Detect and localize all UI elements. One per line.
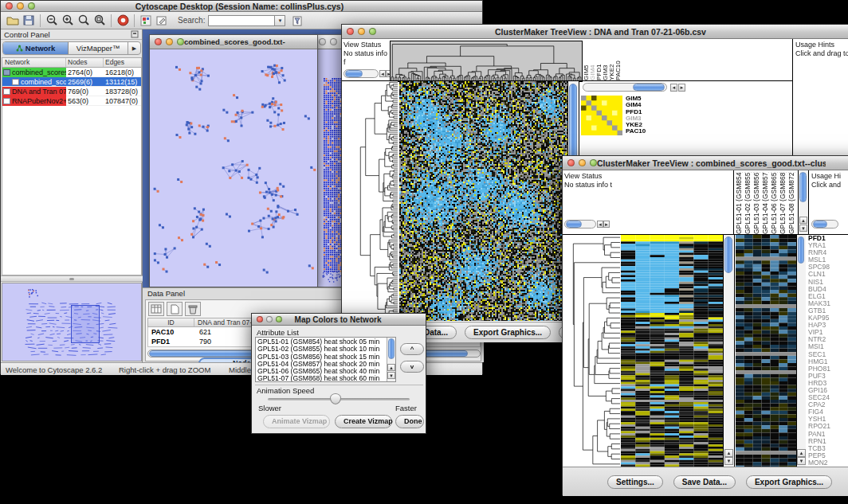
move-up-button[interactable]: ^ [400,343,424,355]
data-panel-title: Data Panel [147,289,185,298]
close-button[interactable] [319,38,326,45]
tv1-button-export-graphics-[interactable]: Export Graphics... [465,326,551,339]
tab-vizmapper[interactable]: VizMapper™ [69,42,128,54]
main-titlebar[interactable]: Cytoscape Desktop (Session Name: collins… [1,1,482,12]
tv1-column-label: GIM5 [583,49,590,80]
open-file-icon[interactable] [5,14,21,28]
network-edges: 107847(0) [104,97,141,105]
tv1-status-hscrollbar[interactable] [344,69,379,78]
dialog-titlebar[interactable]: Map Colors to Network [252,314,426,326]
tv1-column-dendrogram[interactable] [390,41,583,82]
annotation-icon[interactable] [154,14,170,28]
window-controls [1,2,35,10]
zoom-button[interactable] [28,2,35,10]
network-table-row[interactable]: combined_scores2764(0)16218(0) [2,68,141,77]
tv2-zoom-heatmap[interactable] [736,235,796,467]
help-lifering-icon[interactable] [115,14,131,28]
status-zoom-hint: Right-click + drag to ZOOM [119,365,210,374]
tv1-row-labels: GIM5GIM4PFD1GIM3YKE2PAC10 [626,96,673,135]
treeview2-window: ClusterMaker TreeView : combined_scores_… [562,155,848,495]
dialog-button-animate-vizmap: Animate Vizmap [263,415,330,428]
tv1-zoom-hscrollbar[interactable] [583,83,667,92]
close-button[interactable] [155,38,162,45]
scroll-right-icon[interactable]: ► [603,221,610,228]
minimize-button[interactable] [166,38,173,45]
tv2-button-export-graphics-[interactable]: Export Graphics... [746,475,832,489]
network-view-canvas-1[interactable] [150,49,317,287]
close-button[interactable] [347,28,354,35]
zoom-out-icon[interactable] [44,14,60,28]
move-down-button[interactable]: v [400,361,424,373]
close-button[interactable] [6,2,13,10]
panel-splitter[interactable] [1,275,143,282]
minimize-button[interactable] [266,316,273,322]
scroll-left-icon[interactable]: ◄ [670,84,677,92]
attribute-list[interactable]: GPL51-01 (GSM854) heat shock 05 minGPL51… [255,337,396,382]
tv1-zoom-heatmap[interactable] [581,96,622,135]
animation-speed-label: Animation Speed [257,386,314,395]
tv2-collabel-vscrollbar[interactable]: ▲ ▼ [798,170,808,234]
new-attribute-icon[interactable] [167,302,183,316]
minimize-button[interactable] [358,28,365,35]
close-button[interactable] [567,159,575,166]
treeview1-titlebar[interactable]: ClusterMaker TreeView : DNA and Tran 07-… [342,25,848,39]
scroll-right-icon[interactable]: ► [678,84,685,92]
attribute-list-item[interactable]: GPL51-07 (GSM868) heat shock 60 min [257,375,394,382]
tv2-zoom-vscrollbar[interactable]: ▲ ▼ [796,235,806,467]
zoom-selected-icon[interactable] [92,14,108,28]
attribute-select-icon[interactable] [148,302,164,316]
tv2-row-dendrogram[interactable] [564,235,620,467]
tv2-column-label: GPL51-02 (GSM855) [744,172,753,234]
network-name-cell: combined_sco [2,77,66,87]
network-table-header[interactable]: Network Nodes Edges [2,58,141,68]
scroll-left-icon[interactable]: ◄ [379,70,386,77]
network-table-row[interactable]: combined_sco2569(6)13112(15) [2,77,141,87]
network-table: Network Nodes Edges combined_scores2764(… [2,57,142,275]
dialog-button-create-vizmap[interactable]: Create Vizmap [335,415,392,428]
tv1-row-label: PAC10 [626,128,673,135]
zoom-button[interactable] [177,38,184,45]
tv2-column-tree-area[interactable] [616,170,734,234]
scroll-up-icon[interactable]: ▲ [387,364,395,371]
minimize-button[interactable] [579,159,586,166]
tv2-status-hscrollbar[interactable] [564,220,596,229]
close-button[interactable] [257,316,263,322]
zoom-button[interactable] [276,316,282,322]
zoom-button[interactable] [590,159,597,166]
data-id-cell: PAC10 [148,328,194,336]
tv2-hints-hscrollbar[interactable] [811,220,838,229]
zoom-button[interactable] [369,28,376,35]
tv2-heatmap-vscrollbar[interactable]: ▲ ▼ [723,235,734,467]
network-window-1[interactable]: combined_scores_good.txt--cluste... [149,34,318,287]
vizmapper-icon[interactable] [138,14,154,28]
tv2-button-settings-[interactable]: Settings... [607,475,663,489]
network-table-row[interactable]: DNA and Tran 07769(0)183728(0) [2,87,141,96]
search-options-icon[interactable] [290,14,306,28]
tv2-gene-item[interactable]: MON2 [808,459,848,467]
network-table-row[interactable]: RNAPuberNov2+563(0)107847(0) [2,96,141,106]
tv2-gene-list[interactable]: PFD1YRA1RNR4MSL1SPC98CLN1NIS1BUD4ELG1MAK… [807,235,848,467]
minimize-button[interactable] [17,2,24,10]
save-icon[interactable] [21,14,37,28]
float-panel-icon[interactable] [131,30,139,38]
tv2-heatmap[interactable] [621,235,723,467]
tv1-heatmap[interactable] [399,81,567,321]
animation-speed-slider-thumb[interactable] [330,393,341,404]
dialog-title: Map Colors to Network [282,315,394,324]
tab-network[interactable]: Network [3,42,69,54]
birdseye-view[interactable] [2,283,142,361]
search-dropdown-arrow[interactable]: ▼ [275,15,285,26]
treeview2-titlebar[interactable]: ClusterMaker TreeView : combined_scores_… [563,156,848,170]
zoom-in-icon[interactable] [60,14,76,28]
tv2-button-save-data-[interactable]: Save Data... [673,475,736,489]
scroll-down-icon[interactable]: ▼ [387,372,395,379]
scroll-left-icon[interactable]: ◄ [597,221,603,228]
tv2-view-status-panel: View Status No status info t ◄ ► [564,172,615,234]
dialog-button-done[interactable]: Done [395,415,424,428]
tab-overflow-button[interactable]: ▶ [128,42,140,54]
tv1-row-dendrogram[interactable] [344,81,398,321]
search-input[interactable] [208,15,275,26]
minimize-button[interactable] [330,38,337,45]
delete-attribute-icon[interactable] [185,302,201,316]
zoom-fit-icon[interactable] [76,14,92,28]
